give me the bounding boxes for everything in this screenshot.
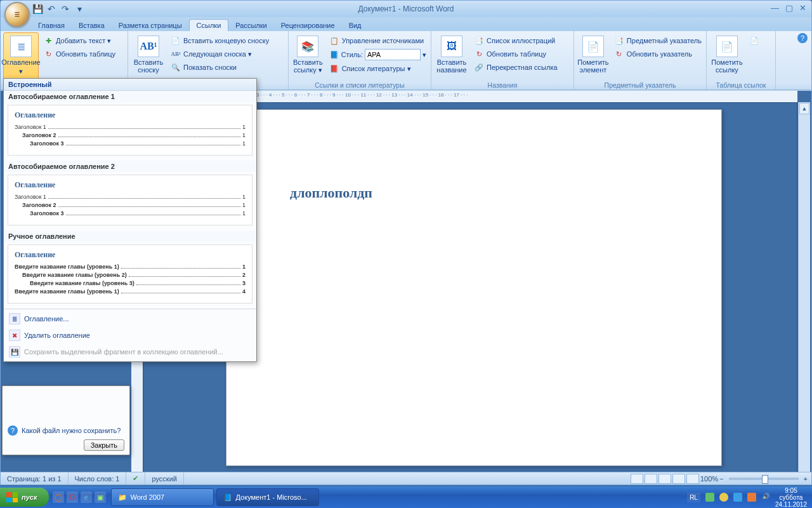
toc-sample-1[interactable]: Оглавление Заголовок 11Заголовок 21Загол… <box>8 105 252 156</box>
tray-icon-2[interactable] <box>719 493 728 502</box>
insert-index-button[interactable]: 📑Предметный указатель <box>612 34 704 47</box>
update-toc-button[interactable]: ↻Обновить таблицу <box>41 48 117 60</box>
save-prompt-text: ?Какой файл нужно сохранить? <box>8 425 121 436</box>
tray-clock[interactable]: 9:05 суббота 24.11.2012 <box>775 487 807 508</box>
view-print-layout[interactable] <box>631 474 643 484</box>
tab-home[interactable]: Главная <box>31 20 72 31</box>
view-web[interactable] <box>658 474 671 484</box>
style-select[interactable] <box>365 49 421 60</box>
manage-icon: 📋 <box>329 36 339 46</box>
ql-media-icon[interactable]: ▣ <box>95 491 106 503</box>
update-index-button[interactable]: ↻Обновить указатель <box>612 48 704 60</box>
tray-icon-3[interactable] <box>733 493 742 502</box>
taskbar-word[interactable]: 📘Документ1 - Microso... <box>216 488 319 506</box>
tab-references[interactable]: Ссылки <box>189 19 229 31</box>
zoom-thumb[interactable] <box>762 475 768 484</box>
view-fullscreen[interactable] <box>645 474 657 484</box>
redo-icon[interactable]: ↷ <box>60 4 70 14</box>
qat-more-icon[interactable]: ▾ <box>74 4 84 14</box>
toc-line: Введите название главы (уровень 1)4 <box>15 288 246 295</box>
manage-sources-button[interactable]: 📋Управление источниками <box>327 34 428 47</box>
mark-citation-button[interactable]: 📄 Пометить ссылку <box>709 32 745 82</box>
zoom-level[interactable]: 100% <box>700 475 718 483</box>
ribbon-tabs: Главная Вставка Разметка страницы Ссылки… <box>1 17 811 31</box>
toc-line: Заголовок 11 <box>15 124 246 131</box>
undo-icon[interactable]: ↶ <box>46 4 56 14</box>
window-controls: — ▢ ✕ <box>771 3 806 13</box>
show-icon: 🔍 <box>171 62 181 72</box>
close-button[interactable]: ✕ <box>799 3 806 13</box>
ql-opera-icon[interactable]: O <box>67 491 78 503</box>
show-footnotes-button[interactable]: 🔍Показать сноски <box>169 61 271 74</box>
toc-button[interactable]: ≣ Оглавление▾ <box>3 32 39 82</box>
zoom-out-button[interactable]: − <box>719 475 723 483</box>
refresh-icon: ↻ <box>43 49 53 59</box>
insert-footnote-button[interactable]: AB¹ Вставить сноску <box>131 32 166 82</box>
heading-text[interactable]: длоплополдп <box>290 185 372 201</box>
windows-logo-icon <box>6 492 18 502</box>
save-toc-item: 💾Сохранить выделенный фрагмент в коллекц… <box>4 344 256 360</box>
tray-icon-1[interactable] <box>705 493 714 502</box>
gallery-header: Встроенный <box>4 79 256 91</box>
ql-browser-icon[interactable]: ◯ <box>53 491 64 503</box>
view-outline[interactable] <box>672 474 685 484</box>
insert-endnote-button[interactable]: 📄Вставить концевую сноску <box>169 34 271 47</box>
tray-icon-4[interactable] <box>747 493 756 502</box>
tab-layout[interactable]: Разметка страницы <box>112 20 189 31</box>
status-words[interactable]: Число слов: 1 <box>69 472 127 485</box>
toa-extra-icon: 📄 <box>749 36 759 46</box>
toc-sample-3[interactable]: Оглавление Введите название главы (урове… <box>8 244 252 304</box>
crossref-icon: 🔗 <box>474 62 484 72</box>
office-button[interactable]: ☰ <box>4 2 30 27</box>
tray-volume-icon[interactable]: 🔊 <box>761 493 770 502</box>
save-icon[interactable]: 💾 <box>32 4 43 14</box>
group-citations: 📚 Вставить ссылку ▾ 📋Управление источник… <box>289 31 431 90</box>
citation-style[interactable]: 📘Стиль:▾ <box>327 48 428 62</box>
close-prompt-button[interactable]: Закрыть <box>84 439 124 451</box>
status-page[interactable]: Страница: 1 из 1 <box>1 472 69 485</box>
view-draft[interactable] <box>686 474 699 484</box>
tab-mailings[interactable]: Рассылки <box>228 20 273 31</box>
tab-review[interactable]: Рецензирование <box>274 20 342 31</box>
tab-insert[interactable]: Вставка <box>72 20 112 31</box>
minimize-button[interactable]: — <box>771 3 779 13</box>
insert-citation-button[interactable]: 📚 Вставить ссылку ▾ <box>291 32 325 82</box>
status-language[interactable]: русский <box>145 472 183 485</box>
system-tray: RL 🔊 9:05 суббота 24.11.2012 <box>682 487 812 508</box>
status-spellcheck[interactable]: ✔ <box>126 472 145 485</box>
zoom-slider[interactable] <box>729 478 799 480</box>
group-index: 📄 Пометить элемент 📑Предметный указатель… <box>574 31 707 90</box>
toc-sample-2[interactable]: Оглавление Заголовок 11Заголовок 21Загол… <box>8 175 252 225</box>
bibliography-button[interactable]: 📕Список литературы ▾ <box>327 62 428 75</box>
quick-access-toolbar: 💾 ↶ ↷ ▾ <box>32 4 84 14</box>
citation-icon: 📚 <box>297 36 318 57</box>
insert-toc-item[interactable]: ≣Оглавление... <box>4 311 256 327</box>
toa-extra-button[interactable]: 📄 <box>747 34 761 47</box>
add-text-button[interactable]: ✚Добавить текст ▾ <box>41 34 117 47</box>
help-icon[interactable]: ? <box>797 33 808 43</box>
remove-toc-item[interactable]: ✖Удалить оглавление <box>4 327 256 344</box>
start-button[interactable]: пуск <box>0 488 49 507</box>
mark-entry-button[interactable]: 📄 Пометить элемент <box>577 32 610 82</box>
statusbar: Страница: 1 из 1 Число слов: 1 ✔ русский… <box>1 472 811 485</box>
scrollbar-vertical[interactable]: ▲ <box>798 102 810 472</box>
scroll-up-icon[interactable]: ▲ <box>799 103 809 114</box>
gallery-auto2-title[interactable]: Автособираемое оглавление 2 <box>4 161 256 172</box>
insert-caption-button[interactable]: 🖼 Вставить название <box>434 32 469 82</box>
tab-view[interactable]: Вид <box>342 20 369 31</box>
table-of-figures-button[interactable]: 📑Список иллюстраций <box>472 34 560 47</box>
figlist-icon: 📑 <box>474 36 484 46</box>
ql-ie-icon[interactable]: e <box>81 491 92 503</box>
gallery-manual-title[interactable]: Ручное оглавление <box>4 231 256 242</box>
taskbar-folder[interactable]: 📁Word 2007 <box>111 488 214 506</box>
lang-indicator[interactable]: RL <box>687 493 700 502</box>
endnote-icon: 📄 <box>171 36 181 46</box>
update-figures-button[interactable]: ↻Обновить таблицу <box>472 48 560 60</box>
cross-reference-button[interactable]: 🔗Перекрестная ссылка <box>472 61 560 74</box>
page[interactable]: длоплополдп <box>226 109 722 466</box>
zoom-in-button[interactable]: + <box>804 475 808 483</box>
next-footnote-button[interactable]: AB¹Следующая сноска ▾ <box>169 48 271 60</box>
maximize-button[interactable]: ▢ <box>785 3 793 13</box>
gallery-footer: ≣Оглавление... ✖Удалить оглавление 💾Сохр… <box>4 309 256 361</box>
gallery-auto1-title[interactable]: Автособираемое оглавление 1 <box>4 91 256 102</box>
